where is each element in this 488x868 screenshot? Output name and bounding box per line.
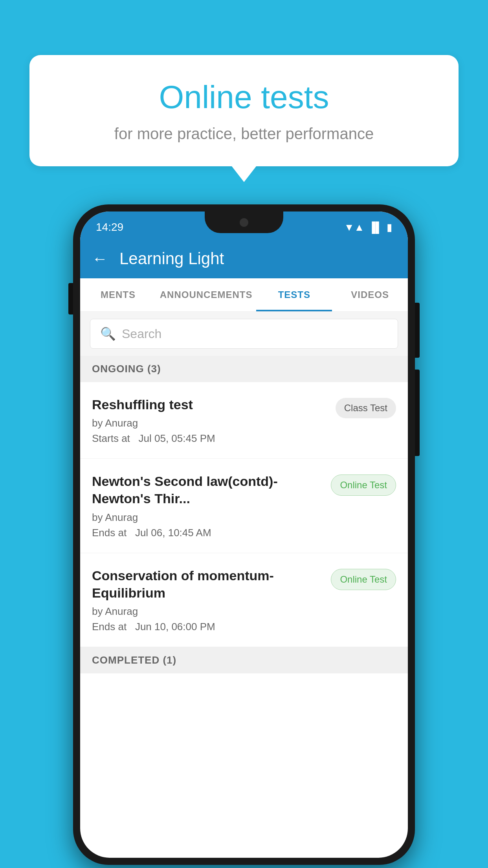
phone-screen: 14:29 ▼▲ ▐▌ ▮ ← Learning Light MENTS ANN… — [80, 211, 408, 858]
test-info-1: Reshuffling test by Anurag Starts at Jul… — [92, 396, 336, 445]
status-icons: ▼▲ ▐▌ ▮ — [344, 221, 392, 234]
phone-outer: 14:29 ▼▲ ▐▌ ▮ ← Learning Light MENTS ANN… — [73, 204, 415, 865]
search-bar[interactable]: 🔍 Search — [90, 319, 398, 349]
speech-bubble-container: Online tests for more practice, better p… — [29, 55, 459, 166]
test-badge-2: Online Test — [331, 474, 396, 496]
app-title: Learning Light — [119, 249, 224, 268]
battery-icon: ▮ — [387, 221, 392, 234]
phone-notch — [205, 211, 283, 233]
power-button — [415, 303, 420, 358]
test-name-1: Reshuffling test — [92, 396, 328, 413]
test-info-3: Conservation of momentum-Equilibrium by … — [92, 567, 331, 633]
camera-dot — [240, 218, 248, 227]
test-author-2: by Anurag — [92, 511, 323, 524]
ongoing-section-title: ONGOING (3) — [92, 363, 161, 375]
app-header: ← Learning Light — [80, 239, 408, 278]
ongoing-section-header: ONGOING (3) — [80, 356, 408, 382]
volume-down-button — [415, 370, 420, 456]
tab-announcements[interactable]: ANNOUNCEMENTS — [156, 278, 257, 311]
tab-videos[interactable]: VIDEOS — [332, 278, 408, 311]
volume-button — [68, 283, 73, 314]
wifi-icon: ▼▲ — [344, 221, 364, 234]
status-time: 14:29 — [96, 221, 123, 234]
test-author-1: by Anurag — [92, 417, 328, 429]
test-name-2: Newton's Second law(contd)-Newton's Thir… — [92, 473, 323, 507]
test-info-2: Newton's Second law(contd)-Newton's Thir… — [92, 473, 331, 539]
tab-ments[interactable]: MENTS — [80, 278, 156, 311]
test-badge-1: Class Test — [336, 398, 396, 418]
speech-bubble: Online tests for more practice, better p… — [29, 55, 459, 166]
search-placeholder: Search — [122, 327, 161, 341]
test-name-3: Conservation of momentum-Equilibrium — [92, 567, 323, 601]
bubble-subtitle: for more practice, better performance — [61, 125, 427, 143]
test-item-1[interactable]: Reshuffling test by Anurag Starts at Jul… — [80, 382, 408, 459]
completed-section-title: COMPLETED (1) — [92, 654, 176, 666]
tab-tests[interactable]: TESTS — [256, 278, 332, 311]
test-badge-3: Online Test — [331, 569, 396, 590]
completed-section-header: COMPLETED (1) — [80, 647, 408, 673]
search-icon: 🔍 — [100, 326, 116, 341]
test-item-2[interactable]: Newton's Second law(contd)-Newton's Thir… — [80, 459, 408, 553]
test-date-2: Ends at Jul 06, 10:45 AM — [92, 527, 323, 539]
back-button[interactable]: ← — [92, 250, 108, 268]
test-item-3[interactable]: Conservation of momentum-Equilibrium by … — [80, 553, 408, 647]
tabs-container: MENTS ANNOUNCEMENTS TESTS VIDEOS — [80, 278, 408, 312]
test-date-3: Ends at Jun 10, 06:00 PM — [92, 621, 323, 633]
test-author-3: by Anurag — [92, 605, 323, 618]
test-date-1: Starts at Jul 05, 05:45 PM — [92, 432, 328, 445]
search-container: 🔍 Search — [80, 312, 408, 356]
bubble-title: Online tests — [61, 79, 427, 116]
signal-icon: ▐▌ — [368, 221, 383, 234]
phone-mockup: 14:29 ▼▲ ▐▌ ▮ ← Learning Light MENTS ANN… — [73, 204, 415, 865]
